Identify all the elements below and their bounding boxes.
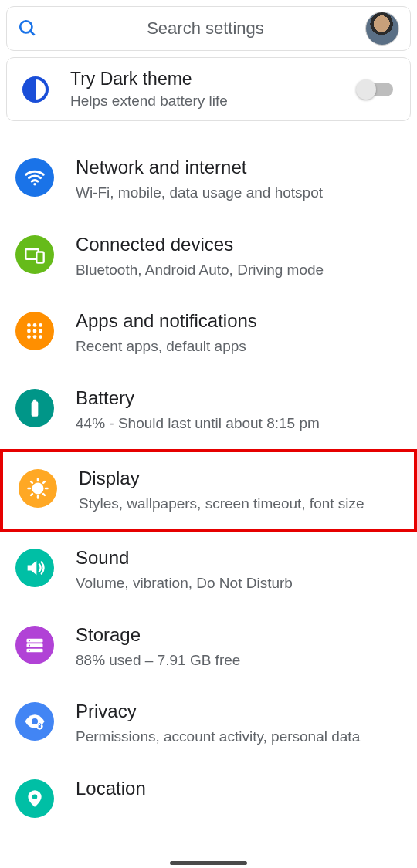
avatar[interactable] — [365, 12, 399, 46]
svg-point-0 — [20, 21, 32, 32]
devices-icon — [15, 235, 54, 274]
settings-item-apps[interactable]: Apps and notificationsRecent apps, defau… — [0, 295, 417, 372]
settings-item-sound[interactable]: SoundVolume, vibration, Do Not Disturb — [0, 532, 417, 609]
navigation-handle[interactable] — [170, 861, 247, 865]
settings-item-text: Connected devicesBluetooth, Android Auto… — [76, 234, 402, 280]
svg-point-2 — [33, 183, 36, 186]
svg-point-30 — [29, 650, 30, 651]
settings-item-title: Sound — [76, 547, 402, 569]
privacy-icon — [15, 702, 54, 741]
svg-point-31 — [32, 718, 38, 724]
settings-item-title: Display — [79, 468, 398, 489]
svg-rect-15 — [33, 400, 36, 402]
dark-theme-text: Try Dark theme Helps extend battery life — [70, 69, 337, 110]
battery-icon — [15, 389, 54, 427]
settings-item-wifi[interactable]: Network and internetWi-Fi, mobile, data … — [0, 141, 417, 218]
location-icon — [15, 779, 54, 818]
settings-item-subtitle: 88% used – 7.91 GB free — [76, 650, 402, 670]
settings-item-text: Apps and notificationsRecent apps, defau… — [76, 310, 402, 356]
svg-point-29 — [29, 644, 30, 646]
dark-theme-subtitle: Helps extend battery life — [70, 93, 337, 110]
settings-item-subtitle: Permissions, account activity, personal … — [76, 727, 402, 747]
apps-icon — [15, 312, 54, 350]
settings-item-subtitle: Styles, wallpapers, screen timeout, font… — [79, 494, 398, 514]
settings-item-subtitle: Wi-Fi, mobile, data usage and hotspot — [76, 183, 402, 203]
settings-item-text: DisplayStyles, wallpapers, screen timeou… — [79, 468, 398, 514]
settings-item-location[interactable]: Location — [0, 762, 417, 833]
svg-rect-4 — [36, 252, 43, 262]
dark-theme-toggle[interactable] — [359, 83, 393, 96]
svg-line-23 — [31, 494, 32, 495]
svg-point-7 — [39, 323, 42, 327]
svg-point-28 — [29, 640, 30, 641]
svg-point-10 — [39, 329, 42, 333]
display-icon — [19, 469, 57, 508]
settings-item-text: Storage88% used – 7.91 GB free — [76, 624, 402, 670]
svg-point-16 — [33, 483, 43, 493]
settings-item-title: Location — [76, 778, 402, 799]
svg-point-34 — [32, 795, 38, 800]
svg-rect-33 — [39, 725, 41, 728]
settings-item-subtitle: Volume, vibration, Do Not Disturb — [76, 573, 402, 593]
settings-item-subtitle: Bluetooth, Android Auto, Driving mode — [76, 260, 402, 280]
settings-item-battery[interactable]: Battery44% - Should last until about 8:1… — [0, 372, 417, 449]
settings-item-title: Privacy — [76, 701, 402, 722]
settings-item-text: Network and internetWi-Fi, mobile, data … — [76, 157, 402, 203]
svg-rect-14 — [32, 401, 39, 417]
settings-item-devices[interactable]: Connected devicesBluetooth, Android Auto… — [0, 218, 417, 296]
settings-item-subtitle: Recent apps, default apps — [76, 336, 402, 356]
settings-item-title: Connected devices — [76, 234, 402, 255]
settings-list: Network and internetWi-Fi, mobile, data … — [0, 127, 417, 833]
dark-theme-title: Try Dark theme — [70, 69, 337, 90]
svg-point-13 — [39, 335, 42, 339]
sound-icon — [15, 549, 54, 587]
settings-item-privacy[interactable]: PrivacyPermissions, account activity, pe… — [0, 685, 417, 762]
settings-item-text: SoundVolume, vibration, Do Not Disturb — [76, 547, 402, 593]
dark-theme-card[interactable]: Try Dark theme Helps extend battery life — [6, 57, 411, 121]
svg-line-24 — [43, 481, 45, 483]
svg-point-11 — [27, 335, 31, 339]
settings-item-text: Battery44% - Should last until about 8:1… — [76, 387, 402, 434]
svg-line-21 — [31, 481, 32, 483]
svg-point-12 — [33, 335, 37, 339]
svg-line-1 — [30, 31, 34, 35]
search-icon — [18, 19, 46, 39]
svg-point-8 — [27, 329, 31, 333]
settings-item-text: Location — [76, 778, 402, 804]
settings-item-title: Battery — [76, 387, 402, 409]
storage-icon — [15, 626, 54, 664]
settings-item-title: Network and internet — [76, 157, 402, 178]
settings-item-storage[interactable]: Storage88% used – 7.91 GB free — [0, 609, 417, 686]
search-placeholder: Search settings — [46, 19, 365, 39]
settings-item-subtitle: 44% - Should last until about 8:15 pm — [76, 414, 402, 434]
search-bar[interactable]: Search settings — [6, 6, 411, 51]
svg-point-9 — [33, 329, 37, 333]
wifi-icon — [15, 158, 54, 197]
settings-item-title: Apps and notifications — [76, 310, 402, 332]
contrast-icon — [22, 76, 49, 103]
svg-point-6 — [33, 323, 37, 327]
svg-line-22 — [43, 494, 45, 495]
settings-item-title: Storage — [76, 624, 402, 646]
svg-point-5 — [27, 323, 31, 327]
settings-item-display[interactable]: DisplayStyles, wallpapers, screen timeou… — [0, 449, 417, 532]
settings-item-text: PrivacyPermissions, account activity, pe… — [76, 701, 402, 747]
